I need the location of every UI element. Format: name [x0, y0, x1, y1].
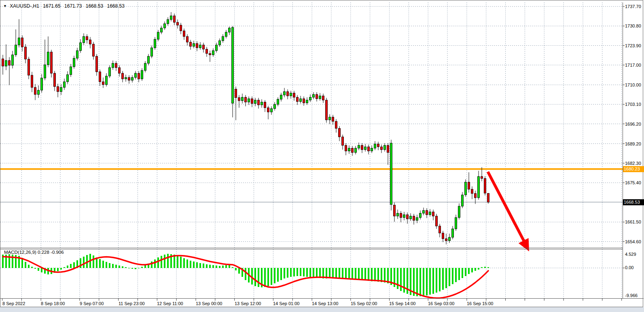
macd-histogram-bar — [186, 259, 188, 268]
candle-body — [148, 56, 150, 63]
macd-histogram-bar — [8, 254, 10, 268]
macd-axis-max-label: 4.529 — [625, 252, 636, 257]
macd-histogram-bar — [458, 268, 460, 280]
candle-body — [15, 45, 17, 55]
candle-body — [439, 226, 441, 233]
candle-body — [186, 36, 189, 42]
candle-body — [196, 44, 198, 48]
macd-histogram-bar — [60, 268, 62, 270]
candle-body — [161, 28, 163, 32]
macd-histogram-bar — [290, 268, 292, 277]
candle-body — [60, 87, 62, 92]
candle-body — [309, 97, 311, 100]
candle-body — [368, 147, 370, 151]
candle-body — [115, 63, 117, 68]
candle-body — [355, 148, 357, 153]
macd-histogram-bar — [267, 268, 269, 286]
symbol-dropdown-icon[interactable]: ▼ — [3, 4, 7, 8]
candle-body — [303, 99, 305, 103]
macd-histogram-bar — [38, 268, 39, 271]
candle-body — [209, 53, 211, 55]
candle-body — [21, 38, 23, 47]
macd-histogram-bar — [287, 268, 288, 278]
candle-body — [423, 211, 425, 213]
macd-histogram-bar — [432, 268, 434, 294]
candle-body — [131, 78, 133, 80]
macd-histogram-bar — [258, 268, 259, 287]
candle-body — [254, 100, 256, 103]
candle-body — [93, 44, 95, 56]
macd-histogram-bar — [368, 268, 369, 281]
macd-histogram-bar — [99, 259, 101, 268]
candle-body — [478, 177, 480, 198]
candle-body — [290, 93, 292, 96]
macd-histogram-bar — [57, 268, 59, 271]
macd-histogram-bar — [345, 268, 347, 279]
macd-histogram-bar — [144, 265, 146, 268]
candle-body — [180, 25, 182, 31]
orange-level-badge: 1680.23 — [623, 166, 644, 172]
macd-histogram-bar — [280, 268, 282, 280]
macd-histogram-bar — [384, 268, 386, 282]
status-strip — [0, 307, 644, 312]
macd-histogram-bar — [348, 268, 350, 279]
candle-body — [212, 51, 214, 55]
candle-body — [73, 58, 75, 67]
candle-body — [339, 129, 341, 137]
macd-histogram-bar — [161, 256, 162, 268]
candle-body — [167, 19, 169, 24]
macd-histogram-bar — [131, 268, 133, 269]
chart-window: ▼ XAUUSD-,H1 1671.65 1671.73 1668.53 166… — [0, 0, 643, 307]
candle-body — [96, 56, 98, 72]
macd-histogram-bar — [284, 268, 285, 278]
macd-histogram-bar — [332, 268, 334, 278]
candle-body — [397, 213, 399, 216]
candle-body — [264, 102, 266, 108]
candle-body — [106, 76, 108, 84]
candle-body — [277, 99, 279, 105]
candle-body — [219, 41, 221, 45]
chart-title: ▼ XAUUSD-,H1 1671.65 1671.73 1668.53 166… — [3, 3, 127, 9]
macd-histogram-bar — [109, 263, 110, 268]
candle-body — [449, 237, 451, 240]
candle-body — [329, 117, 331, 120]
ohlc-close: 1668.53 — [107, 3, 125, 9]
macd-histogram-bar — [219, 266, 220, 268]
ohlc-high: 1671.73 — [64, 3, 82, 9]
candle-body — [300, 99, 302, 101]
candle-body — [2, 59, 4, 66]
macd-histogram-bar — [439, 268, 441, 291]
macd-histogram-bar — [361, 268, 363, 280]
candle-body — [442, 233, 444, 239]
macd-histogram-bar — [222, 266, 224, 268]
macd-histogram-bar — [352, 268, 353, 279]
macd-histogram-bar — [339, 268, 340, 278]
candle-body — [41, 78, 43, 90]
macd-histogram-bar — [475, 268, 476, 271]
macd-histogram-bar — [235, 268, 237, 270]
macd-histogram-bar — [25, 262, 26, 268]
macd-histogram-bar — [216, 266, 217, 268]
candle-body — [112, 63, 114, 68]
candle-body — [12, 55, 14, 65]
candle-body — [287, 92, 289, 96]
candle-body — [170, 16, 172, 19]
chart-canvas[interactable] — [0, 0, 644, 308]
candle-body — [193, 44, 195, 46]
macd-histogram-bar — [316, 268, 318, 278]
candle-body — [475, 194, 477, 198]
ohlc-open: 1671.65 — [43, 3, 60, 9]
candle-body — [138, 73, 140, 79]
candle-body — [89, 40, 91, 44]
candle-body — [416, 217, 418, 220]
candle-body — [225, 32, 227, 37]
candle-body — [361, 145, 363, 150]
candle-body — [216, 45, 218, 51]
macd-histogram-bar — [374, 268, 376, 281]
candle-body — [387, 145, 389, 153]
candle-body — [99, 72, 101, 82]
macd-histogram-bar — [329, 268, 330, 278]
candle-body — [358, 145, 360, 148]
candle-body — [371, 148, 373, 151]
candle-body — [25, 47, 27, 59]
